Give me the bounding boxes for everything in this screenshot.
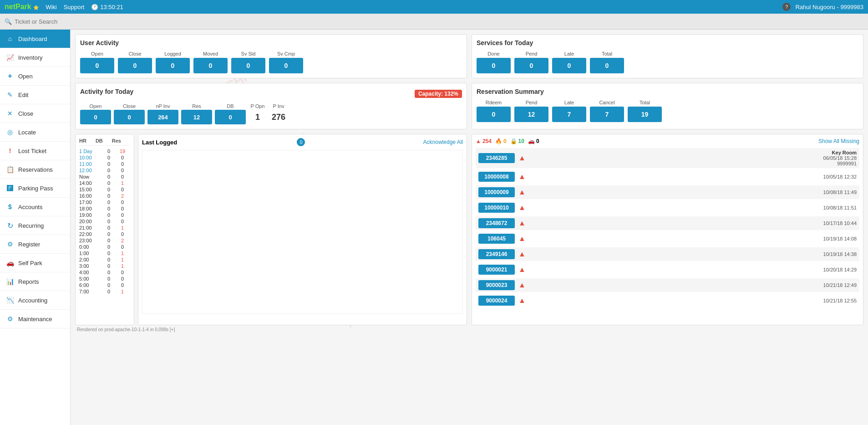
stat-logged-value: 0 [156,58,190,73]
stat-late: Late 0 [552,51,586,73]
sched-db: 0 [102,270,116,275]
alert-row: 9000021 ▲ 10/20/18 14:29 [476,263,859,277]
sched-hr: 7:00 [79,289,102,294]
alert-ticket-button[interactable]: 9000024 [478,296,515,306]
act-p-opn-value: 1 [249,110,267,124]
sched-db: 0 [102,193,116,199]
alert-ticket-button[interactable]: 10000010 [478,203,515,213]
act-res-label: Res [192,103,201,109]
schedule-row: 22:00 0 0 [79,231,130,237]
alert-timestamp: 10/21/18 12:55 [529,298,857,303]
stat-sv-sld-value: 0 [231,58,265,73]
alert-triangle-icon: ▲ [518,173,526,181]
act-close-label: Close [123,103,136,109]
alert-row: 2349146 ▲ 10/19/18 14:38 [476,247,859,261]
schedule-row: 5:00 0 0 [79,276,130,282]
sidebar-label-register: Register [18,241,40,248]
sched-db: 0 [102,200,116,205]
dashboard-bottom-grid: HR DB Res 1 Day 0 19 10:00 0 0 11:00 0 0… [75,134,863,325]
sched-hr: 3:00 [79,263,102,269]
sidebar-item-parking-pass[interactable]: 🅿 Parking Pass [0,179,70,198]
alert-ticket-button[interactable]: 9000021 [478,265,515,275]
sidebar-item-close[interactable]: ✕ Close [0,104,70,123]
sched-res: 0 [116,231,129,237]
alert-badge-orange: 🔥 0 [495,138,507,144]
sched-hr: 2:00 [79,257,102,262]
alert-timestamp: 10/20/18 14:29 [529,267,857,272]
help-icon[interactable]: ? [782,3,791,11]
sidebar-item-open[interactable]: + Open [0,67,70,86]
sched-hr: 1:00 [79,251,102,256]
user-label: Rahul Nugooru - 9999983 [795,4,863,10]
sched-hr: Now [79,174,102,179]
alert-car-count: 0 [536,138,539,144]
show-missing-link[interactable]: Show All Missing [818,138,859,144]
alert-green-count: 10 [518,138,524,144]
res-cancel-label: Cancel [599,100,614,105]
sidebar-item-reports[interactable]: 📊 Reports [0,272,70,291]
sidebar-item-accounting[interactable]: 📉 Accounting [0,291,70,310]
alert-timestamp: 10/17/18 10:44 [529,220,857,226]
schedule-row: 19:00 0 0 [79,212,130,218]
sidebar-item-accounts[interactable]: $ Accounts [0,198,70,216]
acknowledge-all-link[interactable]: Acknowledge All [423,139,463,145]
alert-row: 9000024 ▲ 10/21/18 12:55 [476,294,859,307]
alert-ticket-button[interactable]: 2348672 [478,218,515,228]
alert-ticket-button[interactable]: 106045 [478,234,515,244]
car-icon: 🚗 [528,138,535,144]
sched-res: 0 [116,276,129,282]
wiki-link[interactable]: Wiki [46,4,57,10]
locate-icon: ◎ [5,128,15,137]
search-input[interactable] [15,18,87,25]
sched-hr: 11:00 [79,161,102,167]
sched-db: 0 [102,251,116,256]
act-res: Res 12 [181,103,212,124]
stat-moved: Moved 0 [193,51,228,73]
sidebar-label-open: Open [18,73,33,80]
alert-timestamp: 10/05/18 12:32 [529,174,857,179]
sidebar-item-recurring[interactable]: ↻ Recurring [0,216,70,235]
schedule-logged-section: HR DB Res 1 Day 0 19 10:00 0 0 11:00 0 0… [75,134,467,325]
sched-res-label: Res [112,138,121,143]
sidebar-item-edit[interactable]: ✎ Edit [0,86,70,104]
sched-hr: 1 Day [79,148,102,154]
schedule-row: 21:00 0 1 [79,225,130,231]
alert-ticket-button[interactable]: 2349146 [478,249,515,259]
sidebar-label-accounting: Accounting [18,297,47,304]
schedule-row: 4:00 0 0 [79,269,130,276]
dashboard-top-grid: User Activity Open 0 Close 0 Logged 0 [75,34,863,78]
alert-ticket-button[interactable]: 9000023 [478,280,515,290]
schedule-row: 15:00 0 0 [79,186,130,193]
sidebar-item-dashboard[interactable]: ⌂ Dashboard [0,30,70,48]
alert-ticket-button[interactable]: 10000008 [478,172,515,182]
lock-icon: 🔒 [510,138,517,144]
activity-header: Activity for Today Capacity: 132% [80,88,462,100]
schedule-row: 10:00 0 0 [79,154,130,161]
alert-info: 10/17/18 10:44 [529,220,857,226]
support-link[interactable]: Support [64,4,85,10]
alert-info: 10/19/18 14:08 [529,236,857,241]
sidebar-item-self-park[interactable]: 🚗 Self Park [0,254,70,272]
res-cancel: Cancel 7 [590,100,624,122]
alert-ticket-button[interactable]: 10000009 [478,187,515,197]
sidebar-item-maintenance[interactable]: ⚙ Maintenance [0,310,70,328]
alert-timestamp: 10/08/18 11:51 [529,205,857,210]
alerts-scroll[interactable]: 2346285 ▲ Key Room06/05/18 15:289999991 … [476,148,859,321]
alert-ticket-button[interactable]: 2346285 [478,153,515,163]
recurring-icon: ↻ [5,221,15,230]
sidebar-label-self-park: Self Park [18,260,42,266]
sidebar-item-lost-ticket[interactable]: ! Lost Ticket [0,142,70,160]
sched-res: 1 [116,289,129,294]
stat-logged-label: Logged [164,51,181,56]
sidebar-item-locate[interactable]: ◎ Locate [0,123,70,142]
sched-res: 0 [116,174,129,179]
sidebar-item-reservations[interactable]: 📋 Reservations [0,160,70,179]
stat-done: Done 0 [477,51,511,73]
sched-res: 0 [116,206,129,211]
sched-res: 0 [116,200,129,205]
sidebar-item-inventory[interactable]: 📈 Inventory [0,48,70,67]
sidebar-item-register[interactable]: ⚙ Register [0,235,70,254]
schedule-row: 3:00 0 1 [79,263,130,269]
last-logged-scroll[interactable] [142,150,463,314]
sched-hr: 21:00 [79,225,102,230]
